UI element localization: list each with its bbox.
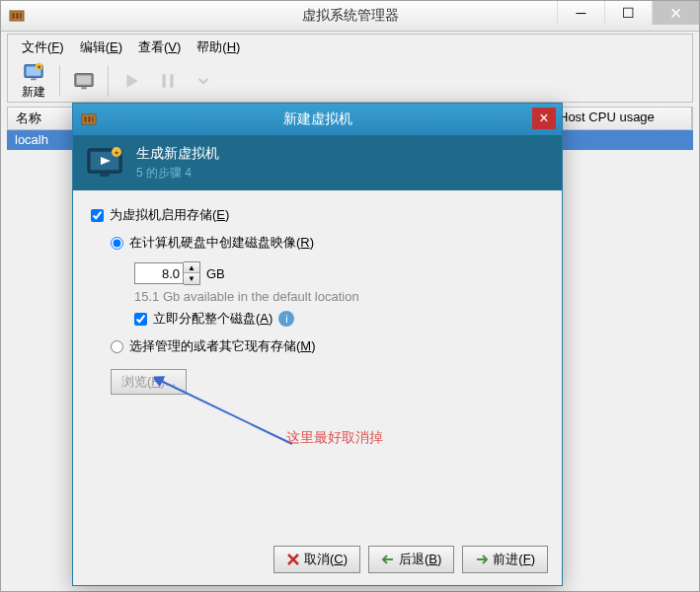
toolbar-open-button[interactable] <box>70 67 98 95</box>
gb-label: GB <box>206 266 225 281</box>
svg-text:★: ★ <box>37 63 41 70</box>
monitor-new-icon: ★ <box>23 61 44 83</box>
svg-rect-3 <box>20 13 22 19</box>
menu-edit[interactable]: 编辑(E) <box>72 37 130 58</box>
new-vm-dialog: 新建虚拟机 × ★ 生成新虚拟机 5 的步骤 4 为虚拟机启用存储(E) 在计算… <box>72 103 563 586</box>
arrow-left-icon <box>381 553 395 566</box>
monitor-icon <box>73 70 95 92</box>
svg-rect-2 <box>16 13 19 19</box>
available-text: 15.1 Gb available in the default locatio… <box>134 289 544 304</box>
main-titlebar: 虚拟系统管理器 ─ ☐ × <box>1 1 699 32</box>
arrow-right-icon <box>475 553 489 566</box>
dialog-titlebar: 新建虚拟机 × <box>73 104 562 135</box>
dialog-title: 新建虚拟机 <box>283 111 352 128</box>
toolbar-shutdown-button[interactable] <box>190 67 217 95</box>
dialog-body: 为虚拟机启用存储(E) 在计算机硬盘中创建磁盘映像(R) ▲ ▼ GB 15.1… <box>73 190 562 405</box>
browse-button: 浏览(R)... <box>111 369 187 395</box>
main-title: 虚拟系统管理器 <box>302 7 399 25</box>
svg-rect-17 <box>92 116 94 122</box>
main-menubar: 文件(F) 编辑(E) 查看(V) 帮助(H) <box>7 34 693 59</box>
dialog-header: ★ 生成新虚拟机 5 的步骤 4 <box>73 135 562 190</box>
forward-button[interactable]: 前进(F) <box>462 546 548 573</box>
toolbar-pause-button[interactable] <box>154 67 182 95</box>
svg-rect-1 <box>12 13 15 19</box>
toolbar-separator <box>108 65 109 97</box>
menu-file[interactable]: 文件(F) <box>14 37 72 58</box>
dialog-header-step: 5 的步骤 4 <box>136 165 219 182</box>
info-icon[interactable]: i <box>278 311 294 327</box>
cancel-icon <box>286 553 300 566</box>
disk-size-input[interactable] <box>134 262 184 284</box>
pause-icon <box>159 72 177 90</box>
managed-storage-radio[interactable]: 选择管理的或者其它现有存储(M) <box>111 337 544 355</box>
enable-storage-input[interactable] <box>91 209 104 222</box>
toolbar: ★ 新建 <box>7 59 693 103</box>
svg-rect-6 <box>31 78 37 80</box>
enable-storage-checkbox[interactable]: 为虚拟机启用存储(E) <box>91 206 544 224</box>
back-button[interactable]: 后退(B) <box>368 546 454 573</box>
svg-rect-16 <box>88 116 91 122</box>
allocate-now-input[interactable] <box>134 313 147 326</box>
managed-storage-input[interactable] <box>111 340 123 353</box>
svg-rect-13 <box>170 74 173 88</box>
minimize-button[interactable]: ─ <box>557 1 604 25</box>
window-controls: ─ ☐ × <box>557 1 699 25</box>
close-button[interactable]: × <box>652 1 699 25</box>
vm-icon <box>9 8 25 24</box>
spin-down-button[interactable]: ▼ <box>184 273 199 284</box>
vm-icon <box>81 111 97 127</box>
toolbar-new-label: 新建 <box>22 84 45 101</box>
svg-rect-10 <box>77 75 92 84</box>
allocate-now-checkbox[interactable]: 立即分配整个磁盘(A) i <box>134 310 544 328</box>
svg-text:★: ★ <box>114 149 119 156</box>
chevron-down-icon <box>194 72 212 90</box>
menu-help[interactable]: 帮助(H) <box>189 37 248 58</box>
disk-size-spinner: ▲ ▼ <box>184 261 200 285</box>
annotation-text: 这里最好取消掉 <box>286 429 383 447</box>
svg-rect-20 <box>100 174 110 177</box>
svg-rect-12 <box>162 74 165 88</box>
svg-rect-15 <box>84 116 87 122</box>
dialog-header-title: 生成新虚拟机 <box>136 145 219 163</box>
create-image-radio[interactable]: 在计算机硬盘中创建磁盘映像(R) <box>111 234 544 252</box>
maximize-button[interactable]: ☐ <box>604 1 652 25</box>
menu-view[interactable]: 查看(V) <box>130 37 189 58</box>
cancel-button[interactable]: 取消(C) <box>273 546 360 573</box>
dialog-footer: 取消(C) 后退(B) 前进(F) <box>273 546 548 573</box>
disk-size-row: ▲ ▼ GB <box>134 261 544 285</box>
table-col-cpu[interactable]: Host CPU usage <box>551 108 692 129</box>
play-icon <box>123 72 141 90</box>
dialog-close-button[interactable]: × <box>532 108 556 129</box>
create-image-input[interactable] <box>111 237 123 250</box>
dialog-header-text: 生成新虚拟机 5 的步骤 4 <box>136 145 219 182</box>
toolbar-separator <box>59 65 60 97</box>
toolbar-new-button[interactable]: ★ 新建 <box>14 59 53 103</box>
monitor-play-icon: ★ <box>85 143 124 183</box>
toolbar-play-button[interactable] <box>118 67 146 95</box>
svg-rect-11 <box>81 87 87 89</box>
spin-up-button[interactable]: ▲ <box>184 262 199 273</box>
